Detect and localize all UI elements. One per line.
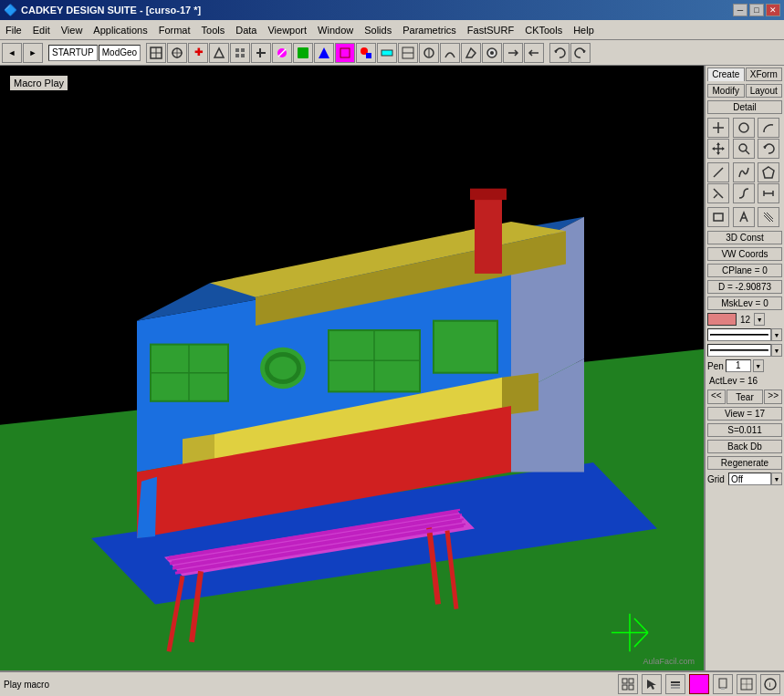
toolbar-back[interactable]: ◄ <box>2 43 22 63</box>
tab-layout[interactable]: Layout <box>746 84 783 98</box>
tear-left-btn[interactable]: << <box>707 390 726 404</box>
panel-icon-rotate[interactable] <box>758 139 779 159</box>
menu-data[interactable]: Data <box>230 23 262 37</box>
btn-s-value[interactable]: S=0.011 <box>707 423 782 437</box>
btn-3d-const[interactable]: 3D Const <box>707 231 782 244</box>
status-icon-grid[interactable] <box>618 674 638 694</box>
menu-window[interactable]: Window <box>312 23 359 37</box>
toolbar-icon-17[interactable] <box>482 43 502 63</box>
tab-detail[interactable]: Detail <box>707 100 782 114</box>
panel-icon-point[interactable] <box>707 118 729 138</box>
toolbar-fwd[interactable]: ► <box>23 43 43 63</box>
toolbar-icon-6[interactable] <box>251 43 271 63</box>
toolbar-icon-1[interactable] <box>146 43 166 63</box>
status-icon-snap[interactable] <box>737 674 757 694</box>
status-icon-color[interactable] <box>689 674 709 694</box>
panel-icon-zoom[interactable] <box>733 139 755 159</box>
color-swatch[interactable] <box>707 313 737 326</box>
app-icon: 🔷 <box>4 4 17 16</box>
svg-line-91 <box>714 194 717 198</box>
menu-view[interactable]: View <box>56 23 89 37</box>
panel-icon-rect[interactable] <box>707 207 729 227</box>
toolbar-icon-8[interactable] <box>293 43 313 63</box>
toolbar-icon-13[interactable] <box>398 43 418 63</box>
svg-point-85 <box>739 144 747 151</box>
toolbar-icon-19[interactable] <box>524 43 544 63</box>
status-icon-layers[interactable] <box>665 674 685 694</box>
btn-d-value[interactable]: D = -2.90873 <box>707 280 782 294</box>
panel-icon-spline[interactable] <box>733 162 755 182</box>
btn-msklev[interactable]: MskLev = 0 <box>707 296 782 310</box>
svg-marker-16 <box>319 47 329 58</box>
close-button[interactable]: ✕ <box>766 4 780 16</box>
pen-input[interactable]: 1 <box>726 359 751 372</box>
toolbar-redo[interactable] <box>570 43 591 63</box>
toolbar-icon-3[interactable]: ✚ <box>188 43 208 63</box>
panel-icon-move[interactable] <box>707 139 729 159</box>
menu-solids[interactable]: Solids <box>359 23 397 37</box>
panel-icon-dimension[interactable] <box>758 183 779 203</box>
tab-modify[interactable]: Modify <box>707 84 745 98</box>
tab-create[interactable]: Create <box>707 68 745 81</box>
menu-viewport[interactable]: Viewport <box>262 23 312 37</box>
toolbar-icon-16[interactable] <box>461 43 481 63</box>
panel-icon-circle[interactable] <box>733 118 755 138</box>
svg-point-78 <box>739 123 748 132</box>
btn-regenerate[interactable]: Regenerate <box>707 456 782 470</box>
menu-applications[interactable]: Applications <box>88 23 152 37</box>
toolbar-icon-12[interactable] <box>377 43 397 63</box>
grid-value[interactable]: Off <box>728 473 771 485</box>
panel-icon-grid-1 <box>707 118 782 159</box>
toolbar-icon-15[interactable] <box>440 43 460 63</box>
btn-cplane[interactable]: CPlane = 0 <box>707 264 782 277</box>
pen-dropdown[interactable]: ▼ <box>753 359 764 372</box>
menu-fastsurf[interactable]: FastSURF <box>462 23 519 37</box>
panel-icon-arc[interactable] <box>758 118 779 138</box>
toolbar-undo[interactable] <box>549 43 570 63</box>
panel-icon-text[interactable] <box>733 207 755 227</box>
btn-back-db[interactable]: Back Db <box>707 440 782 453</box>
menu-format[interactable]: Format <box>153 23 196 37</box>
status-icon-pen[interactable] <box>713 674 733 694</box>
btn-vw-coords[interactable]: VW Coords <box>707 247 782 261</box>
color-dropdown[interactable]: ▼ <box>754 313 765 326</box>
toolbar-icon-5[interactable] <box>230 43 250 63</box>
panel-icon-line[interactable] <box>707 162 729 182</box>
svg-point-47 <box>269 357 297 379</box>
maximize-button[interactable]: □ <box>749 4 764 16</box>
toolbar-icon-10[interactable] <box>335 43 355 63</box>
btn-view[interactable]: View = 17 <box>707 407 782 421</box>
panel-icon-hatch[interactable] <box>758 207 779 227</box>
panel-icon-grid-3 <box>707 207 782 227</box>
minimize-button[interactable]: ─ <box>733 4 747 16</box>
color-value: 12 <box>738 315 752 325</box>
menu-edit[interactable]: Edit <box>27 23 56 37</box>
tear-right-btn[interactable]: >> <box>764 390 782 404</box>
menu-parametrics[interactable]: Parametrics <box>397 23 462 37</box>
menu-file[interactable]: File <box>0 23 27 37</box>
toolbar-icon-18[interactable] <box>503 43 523 63</box>
panel-icon-trim[interactable] <box>707 183 729 203</box>
menu-cktools[interactable]: CKTools <box>519 23 568 37</box>
menu-help[interactable]: Help <box>568 23 600 37</box>
toolbar-icon-11[interactable] <box>356 43 376 63</box>
toolbar-icon-7[interactable] <box>272 43 292 63</box>
panel-icon-fillet[interactable] <box>733 183 755 203</box>
toolbar-icon-14[interactable] <box>419 43 439 63</box>
grid-dropdown[interactable]: ▼ <box>771 473 782 485</box>
toolbar-icon-9[interactable] <box>314 43 334 63</box>
menu-tools[interactable]: Tools <box>196 23 231 37</box>
line-dropdown-1[interactable]: ▼ <box>771 328 782 341</box>
panel-icon-polygon[interactable] <box>758 162 779 182</box>
toolbar-icon-2[interactable] <box>167 43 187 63</box>
status-icon-info[interactable]: i <box>760 674 780 694</box>
tab-xform[interactable]: XForm <box>746 68 783 81</box>
panel-icon-grid-2 <box>707 162 782 203</box>
svg-point-27 <box>490 51 494 55</box>
svg-rect-100 <box>629 679 633 683</box>
viewport[interactable]: Macro Play <box>0 66 704 670</box>
line-dropdown-2[interactable]: ▼ <box>771 344 782 357</box>
status-icon-cursor[interactable] <box>642 674 662 694</box>
svg-marker-6 <box>214 48 224 57</box>
toolbar-icon-4[interactable] <box>209 43 229 63</box>
